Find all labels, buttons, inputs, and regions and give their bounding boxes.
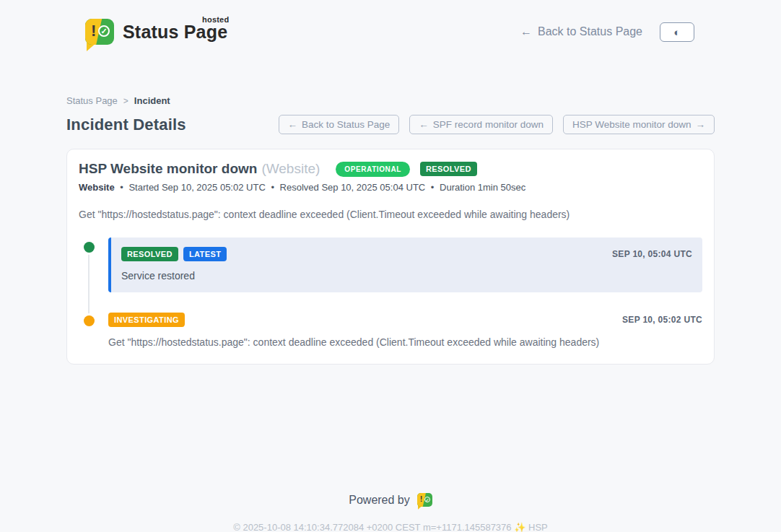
resolved-state-badge: RESOLVED bbox=[420, 162, 477, 176]
operational-status-badge: OPERATIONAL bbox=[336, 162, 410, 177]
timeline-timestamp: SEP 10, 05:02 UTC bbox=[622, 315, 702, 325]
meta-resolved: Resolved Sep 10, 2025 05:04 UTC bbox=[280, 182, 426, 193]
breadcrumb: Status Page > Incident bbox=[66, 95, 715, 106]
timeline-dot-green bbox=[84, 242, 95, 253]
header-back-link[interactable]: ← Back to Status Page bbox=[520, 25, 642, 38]
next-incident-button[interactable]: HSP Website monitor down→ bbox=[563, 115, 715, 134]
breadcrumb-status-page[interactable]: Status Page bbox=[66, 95, 118, 106]
incident-description: Get "https://hostedstatus.page": context… bbox=[79, 209, 702, 220]
incident-timeline: RESOLVED LATEST SEP 10, 05:04 UTC Servic… bbox=[79, 237, 702, 348]
incident-meta: Website • Started Sep 10, 2025 05:02 UTC… bbox=[79, 182, 702, 193]
footer: Powered by ! ✓ © 2025-10-08 14:10:34.772… bbox=[0, 493, 781, 532]
header-right: ← Back to Status Page ◐ bbox=[520, 22, 694, 42]
incident-title-row: HSP Website monitor down (Website) OPERA… bbox=[79, 161, 702, 177]
status-page-logo-icon: ! ✓ bbox=[417, 493, 432, 507]
title-row: Incident Details ← Back to Status Page ←… bbox=[66, 115, 715, 134]
check-icon: ✓ bbox=[98, 25, 110, 37]
latest-badge: LATEST bbox=[183, 247, 227, 261]
exclamation-icon: ! bbox=[420, 494, 423, 503]
right-arrow-icon: → bbox=[696, 119, 706, 130]
powered-by-link[interactable]: Powered by ! ✓ bbox=[0, 493, 781, 507]
copyright-text: © 2025-10-08 14:10:34.772084 +0200 CEST … bbox=[0, 522, 781, 532]
incident-component: (Website) bbox=[261, 161, 320, 177]
incident-nav-buttons: ← Back to Status Page ←SPF record monito… bbox=[279, 115, 715, 134]
check-icon: ✓ bbox=[424, 497, 430, 502]
logo-text: Status Page hosted bbox=[123, 22, 227, 43]
exclamation-icon: ! bbox=[91, 22, 96, 40]
breadcrumb-incident: Incident bbox=[134, 95, 170, 106]
logo-superscript: hosted bbox=[202, 15, 229, 24]
powered-by-label: Powered by bbox=[349, 494, 410, 507]
meta-component: Website bbox=[79, 182, 115, 193]
app-logo[interactable]: ! ✓ Status Page hosted bbox=[85, 19, 227, 45]
back-to-status-page-button[interactable]: ← Back to Status Page bbox=[279, 115, 400, 134]
investigating-badge: INVESTIGATING bbox=[108, 313, 185, 327]
left-arrow-icon: ← bbox=[288, 119, 298, 130]
left-arrow-icon: ← bbox=[520, 25, 532, 38]
incident-title: HSP Website monitor down bbox=[79, 161, 257, 177]
chevron-right-icon: > bbox=[123, 96, 128, 106]
main-content: Status Page > Incident Incident Details … bbox=[66, 52, 715, 365]
status-page-logo-icon: ! ✓ bbox=[85, 19, 114, 45]
incident-card: HSP Website monitor down (Website) OPERA… bbox=[66, 149, 715, 365]
timeline-message: Get "https://hostedstatus.page": context… bbox=[108, 336, 702, 348]
left-arrow-icon: ← bbox=[419, 119, 429, 130]
resolved-badge: RESOLVED bbox=[121, 247, 178, 261]
meta-duration: Duration 1min 50sec bbox=[440, 182, 525, 193]
timeline-entry-investigating: INVESTIGATING SEP 10, 05:02 UTC Get "htt… bbox=[79, 311, 702, 348]
timeline-message: Service restored bbox=[121, 270, 692, 282]
timeline-highlight-box: RESOLVED LATEST SEP 10, 05:04 UTC Servic… bbox=[108, 237, 702, 292]
meta-started: Started Sep 10, 2025 05:02 UTC bbox=[128, 182, 265, 193]
timeline-entry-resolved: RESOLVED LATEST SEP 10, 05:04 UTC Servic… bbox=[79, 237, 702, 292]
timeline-dot-orange bbox=[84, 315, 95, 326]
theme-toggle-button[interactable]: ◐ bbox=[660, 22, 694, 42]
previous-incident-button[interactable]: ←SPF record monitor down bbox=[409, 115, 553, 134]
timeline-timestamp: SEP 10, 05:04 UTC bbox=[612, 249, 692, 259]
page-title: Incident Details bbox=[66, 115, 186, 134]
contrast-icon: ◐ bbox=[673, 27, 680, 38]
header: ! ✓ Status Page hosted ← Back to Status … bbox=[0, 0, 781, 52]
